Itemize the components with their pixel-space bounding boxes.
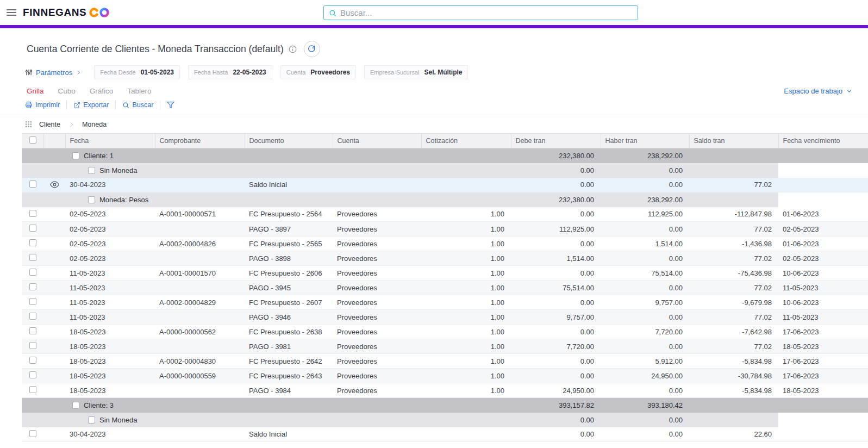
param-cuenta[interactable]: Cuenta Proveedores [280,65,356,79]
column-header-debe[interactable]: Debe tran [511,134,601,148]
row-checkbox[interactable] [29,430,36,437]
table-row[interactable]: 18-05-2023A-0002-00004830FC Presupuesto … [22,354,868,369]
cell-saldo: -30,784.98 [689,369,778,383]
global-search[interactable] [323,5,638,20]
cell-haber: 238,292.00 [601,192,689,207]
group-row-currency[interactable]: Moneda: Pesos232,380.00238,292.00 [22,192,868,207]
logo-text: FINNEGANS [23,7,86,18]
param-value: Sel. Múltiple [424,69,462,76]
menu-icon[interactable] [7,8,16,17]
column-header-comprobante[interactable]: Comprobante [155,134,245,148]
drag-handle-icon[interactable] [25,121,32,128]
table-row[interactable]: 18-05-2023PAGO - 3981Proveedores1.007,72… [22,339,868,354]
tab-grafico[interactable]: Gráfico [90,87,114,95]
row-checkbox[interactable] [29,298,36,305]
table-row[interactable]: 30-04-2023Saldo Inicial0.000.0077.02 [22,178,868,192]
row-checkbox[interactable] [29,181,36,188]
column-header-fecha[interactable]: Fecha [65,134,155,148]
cell-cotizacion: 1.00 [421,339,511,354]
cell-documento: FC Presupuesto - 2565 [245,237,333,251]
workspace-selector[interactable]: Espacio de trabajo [784,87,853,95]
row-checkbox[interactable] [29,283,36,290]
group-row-client[interactable]: Cliente: 1232,380.00238,292.00 [22,148,868,163]
eye-icon[interactable] [50,180,59,189]
print-button[interactable]: Imprimir [25,101,60,109]
info-icon[interactable] [289,45,297,53]
cell-vencimiento: 02-05-2023 [778,222,868,237]
group-row-currency[interactable]: Sin Moneda0.000.00 [22,413,868,427]
table-row[interactable]: 02-05-2023PAGO - 3897Proveedores1.00112,… [22,222,868,237]
row-checkbox[interactable] [29,254,36,261]
column-header-cotizacion[interactable]: Cotización [421,134,511,148]
param-label: Fecha Desde [100,69,135,76]
cell-haber: 0.00 [601,178,689,192]
cell-cotizacion: 1.00 [421,251,511,266]
row-checkbox[interactable] [29,210,36,217]
row-checkbox[interactable] [29,239,36,246]
group-row-currency[interactable]: Sin Moneda0.000.00 [22,163,868,178]
row-checkbox[interactable] [29,342,36,349]
cell-cotizacion: 1.00 [421,310,511,325]
cell-documento: PAGO - 3898 [245,251,333,266]
table-row[interactable]: 18-05-2023PAGO - 3984Proveedores1.0024,9… [22,383,868,398]
param-empresa-sucursal[interactable]: Empresa-Sucursal Sel. Múltiple [364,65,469,79]
grid-search-button[interactable]: Buscar [122,101,153,109]
group-checkbox[interactable] [72,402,79,409]
table-row[interactable]: 11-05-2023A-0001-00001570FC Presupuesto … [22,266,868,281]
cell-cotizacion: 1.00 [421,383,511,398]
cell-select [22,383,43,398]
parameters-toggle[interactable]: Parámetros [25,69,82,77]
group-level-cliente[interactable]: Cliente [39,121,60,128]
table-row[interactable]: 02-05-2023A-0001-00000571FC Presupuesto … [22,207,868,222]
cell-view [43,339,65,354]
tab-cubo[interactable]: Cubo [58,87,76,95]
table-row[interactable]: 18-05-2023A-0000-00000559FC Presupuesto … [22,369,868,383]
table-row[interactable]: 30-04-2023Saldo Inicial0.000.0022.60 [22,427,868,442]
column-header-view[interactable] [43,134,65,148]
table-row[interactable]: 11-05-2023A-0002-00004829FC Presupuesto … [22,295,868,310]
cell-select [22,281,43,295]
column-header-saldo[interactable]: Saldo tran [689,134,778,148]
table-row[interactable]: 11-05-2023PAGO - 3946Proveedores1.009,75… [22,310,868,325]
param-fecha-hasta[interactable]: Fecha Hasta 22-05-2023 [188,65,272,79]
group-checkbox[interactable] [88,416,95,424]
table-row[interactable]: 18-05-2023A-0000-00000562FC Presupuesto … [22,325,868,339]
row-checkbox[interactable] [29,313,36,320]
column-header-cuenta[interactable]: Cuenta [333,134,421,148]
table-row[interactable]: 11-05-2023PAGO - 3945Proveedores1.0075,5… [22,281,868,295]
cell-cotizacion [421,192,511,207]
group-row-client[interactable]: Cliente: 3393,157.82393,180.42 [22,398,868,413]
cell-debe: 0.00 [511,325,601,339]
tab-grilla[interactable]: Grilla [27,87,44,95]
filter-button[interactable] [167,101,174,109]
row-checkbox[interactable] [29,386,36,393]
tab-tablero[interactable]: Tablero [127,87,151,95]
cell-vencimiento: 01-06-2023 [778,237,868,251]
cell-vencimiento: 10-06-2023 [778,295,868,310]
column-header-documento[interactable]: Documento [245,134,333,148]
cell-vencimiento: 01-06-2023 [778,207,868,222]
row-checkbox[interactable] [29,357,36,364]
row-checkbox[interactable] [29,225,36,232]
group-checkbox[interactable] [72,152,79,159]
select-all-checkbox[interactable] [29,136,36,144]
row-checkbox[interactable] [29,269,36,276]
column-header-haber[interactable]: Haber tran [601,134,689,148]
export-button[interactable]: Exportar [73,101,109,109]
cell-view [43,427,65,442]
group-checkbox[interactable] [88,167,95,174]
group-checkbox[interactable] [88,196,95,203]
search-input[interactable] [340,8,633,17]
refresh-button[interactable] [304,41,320,57]
table-row[interactable]: 02-05-2023A-0002-00004826FC Presupuesto … [22,237,868,251]
row-checkbox[interactable] [29,371,36,378]
column-header-select[interactable] [22,134,43,148]
row-checkbox[interactable] [29,327,36,334]
group-level-moneda[interactable]: Moneda [82,121,107,128]
search-icon [329,9,336,17]
column-header-vencimiento[interactable]: Fecha vencimiento [778,134,868,148]
cell-view [43,207,65,222]
table-row[interactable]: 02-05-2023PAGO - 3898Proveedores1.001,51… [22,251,868,266]
param-fecha-desde[interactable]: Fecha Desde 01-05-2023 [94,65,180,79]
cell-select [22,178,43,192]
